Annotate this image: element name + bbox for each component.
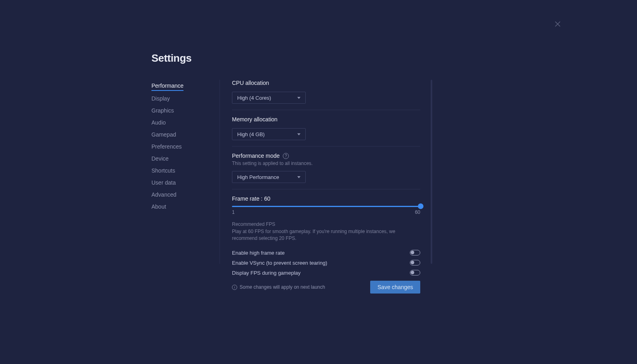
fps-hint-title: Recommended FPS	[232, 221, 420, 227]
perfmode-label-text: Performance mode	[232, 153, 280, 159]
perfmode-section: Performance mode ? This setting is appli…	[232, 153, 420, 189]
memory-section: Memory allocation High (4 GB)	[232, 116, 420, 147]
nav-item-display[interactable]: Display	[151, 93, 220, 105]
main-panel: CPU allocation High (4 Cores) Memory all…	[232, 80, 420, 294]
caret-down-icon	[297, 97, 300, 99]
footer-note: i Some changes will apply on next launch	[232, 284, 325, 290]
toggle-knob	[411, 261, 414, 264]
nav-item-gamepad[interactable]: Gamepad	[151, 129, 220, 141]
memory-label: Memory allocation	[232, 116, 420, 123]
toggle-knob	[411, 271, 414, 274]
toggle-high-framerate[interactable]	[410, 250, 420, 255]
caret-down-icon	[297, 176, 300, 178]
footer: i Some changes will apply on next launch…	[232, 281, 420, 294]
slider-max: 60	[415, 209, 420, 215]
sidebar: Performance Display Graphics Audio Gamep…	[151, 80, 220, 294]
close-icon	[554, 21, 561, 27]
slider-thumb[interactable]	[418, 203, 423, 209]
perfmode-select-value: High Performance	[237, 174, 279, 180]
cpu-section: CPU allocation High (4 Cores)	[232, 80, 420, 110]
toggle-row-display-fps: Display FPS during gameplay	[232, 268, 420, 278]
memory-select-value: High (4 GB)	[237, 131, 265, 137]
nav-item-about[interactable]: About	[151, 201, 220, 213]
close-button[interactable]	[554, 21, 561, 27]
nav-item-preferences[interactable]: Preferences	[151, 141, 220, 153]
scrollbar[interactable]	[431, 80, 432, 264]
perfmode-label: Performance mode ?	[232, 153, 420, 159]
cpu-select[interactable]: High (4 Cores)	[232, 92, 306, 104]
toggle-row-vsync: Enable VSync (to prevent screen tearing)	[232, 258, 420, 268]
perfmode-select[interactable]: High Performance	[232, 171, 306, 183]
nav-item-userdata[interactable]: User data	[151, 177, 220, 189]
slider-min: 1	[232, 209, 235, 215]
framerate-slider[interactable]	[232, 206, 420, 207]
toggle-row-high-framerate: Enable high frame rate	[232, 248, 420, 258]
toggle-knob	[411, 251, 414, 254]
cpu-label: CPU allocation	[232, 80, 420, 86]
toggle-display-fps[interactable]	[410, 270, 420, 276]
framerate-section: Frame rate : 60 1 60 Recommended FPS Pla…	[232, 195, 420, 278]
toggle-label: Enable high frame rate	[232, 250, 285, 256]
caret-down-icon	[297, 133, 300, 135]
nav-item-advanced[interactable]: Advanced	[151, 189, 220, 201]
help-icon[interactable]: ?	[283, 153, 289, 159]
framerate-label: Frame rate : 60	[232, 195, 420, 202]
nav-item-audio[interactable]: Audio	[151, 117, 220, 129]
toggle-vsync[interactable]	[410, 260, 420, 265]
nav-item-performance[interactable]: Performance	[151, 80, 183, 91]
fps-hint-text: Play at 60 FPS for smooth gameplay. If y…	[232, 228, 420, 242]
save-button[interactable]: Save changes	[370, 281, 420, 294]
info-icon: i	[232, 285, 237, 290]
memory-select[interactable]: High (4 GB)	[232, 128, 306, 140]
perfmode-note: This setting is applied to all instances…	[232, 161, 420, 166]
toggle-label: Enable VSync (to prevent screen tearing)	[232, 260, 327, 266]
footer-note-text: Some changes will apply on next launch	[240, 284, 325, 290]
nav-item-shortcuts[interactable]: Shortcuts	[151, 165, 220, 177]
nav-item-device[interactable]: Device	[151, 153, 220, 165]
cpu-select-value: High (4 Cores)	[237, 95, 271, 101]
vertical-divider	[220, 80, 220, 264]
page-title: Settings	[151, 52, 420, 64]
nav-item-graphics[interactable]: Graphics	[151, 105, 220, 117]
toggle-label: Display FPS during gameplay	[232, 270, 300, 276]
